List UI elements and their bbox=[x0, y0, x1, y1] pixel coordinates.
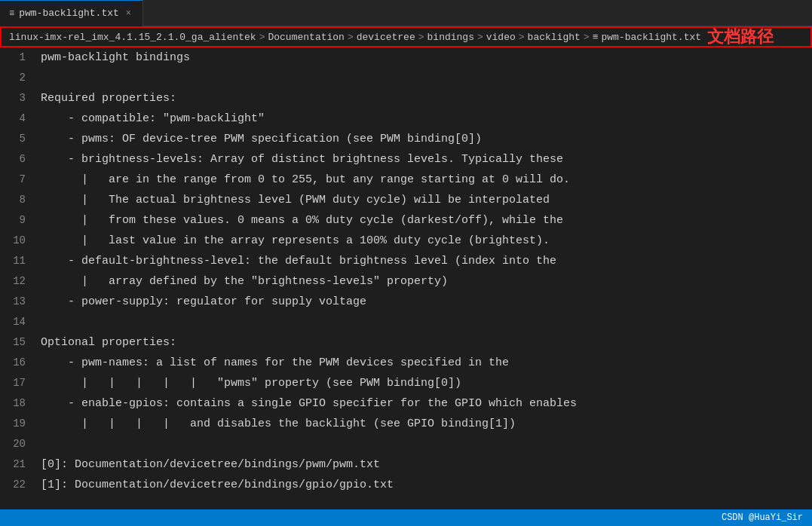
breadcrumb-bindings[interactable]: bindings bbox=[427, 32, 474, 43]
tab-label: pwm-backlight.txt bbox=[19, 8, 119, 19]
bc-sep-2: > bbox=[348, 32, 354, 43]
line-number: 10 bbox=[0, 231, 38, 251]
line-content: [0]: Documentation/devicetree/bindings/p… bbox=[38, 454, 812, 475]
bc-sep-5: > bbox=[519, 32, 525, 43]
editor-line: 17 | | | | | "pwms" property (see PWM bi… bbox=[0, 373, 812, 393]
line-content: | The actual brightness level (PWM duty … bbox=[38, 190, 812, 210]
line-number: 9 bbox=[0, 210, 38, 231]
line-number: 14 bbox=[0, 312, 38, 332]
line-content: - power-supply: regulator for supply vol… bbox=[38, 292, 812, 312]
line-number: 15 bbox=[0, 332, 38, 353]
bc-sep-1: > bbox=[259, 32, 265, 43]
editor-line: 1pwm-backlight bindings bbox=[0, 47, 812, 68]
line-content: | array defined by the "brightness-level… bbox=[38, 271, 812, 292]
line-content: pwm-backlight bindings bbox=[38, 47, 812, 68]
editor-line: 13 - power-supply: regulator for supply … bbox=[0, 292, 812, 312]
editor-line: 11 - default-brightness-level: the defau… bbox=[0, 251, 812, 271]
line-number: 8 bbox=[0, 190, 38, 210]
line-content: - default-brightness-level: the default … bbox=[38, 251, 812, 271]
editor-line: 19 | | | | and disables the backlight (s… bbox=[0, 414, 812, 434]
line-number: 6 bbox=[0, 149, 38, 170]
editor-line: 4 - compatible: "pwm-backlight" bbox=[0, 109, 812, 129]
editor-line: 16 - pwm-names: a list of names for the … bbox=[0, 353, 812, 373]
line-content: - enable-gpios: contains a single GPIO s… bbox=[38, 393, 812, 414]
line-content: Required properties: bbox=[38, 88, 812, 109]
line-number: 19 bbox=[0, 414, 38, 434]
editor-line: 6 - brightness-levels: Array of distinct… bbox=[0, 149, 812, 170]
line-number: 12 bbox=[0, 271, 38, 292]
line-content: | last value in the array represents a 1… bbox=[38, 231, 812, 251]
editor-line: 9 | from these values. 0 means a 0% duty… bbox=[0, 210, 812, 231]
line-number: 3 bbox=[0, 88, 38, 109]
breadcrumb-file-icon: ≡ bbox=[593, 32, 599, 43]
line-number: 21 bbox=[0, 454, 38, 475]
editor-line: 10 | last value in the array represents … bbox=[0, 231, 812, 251]
editor-line: 7 | are in the range from 0 to 255, but … bbox=[0, 170, 812, 190]
line-content: - pwms: OF device-tree PWM specification… bbox=[38, 129, 812, 149]
editor-line: 20 bbox=[0, 434, 812, 454]
breadcrumb-devicetree[interactable]: devicetree bbox=[357, 32, 415, 43]
bc-sep-4: > bbox=[477, 32, 483, 43]
breadcrumb-root[interactable]: linux-imx-rel_imx_4.1.15_2.1.0_ga_alient… bbox=[9, 32, 256, 43]
bc-sep-3: > bbox=[418, 32, 424, 43]
bc-sep-6: > bbox=[584, 32, 590, 43]
line-number: 5 bbox=[0, 129, 38, 149]
line-number: 20 bbox=[0, 434, 38, 454]
editor-line: 5 - pwms: OF device-tree PWM specificati… bbox=[0, 129, 812, 149]
line-content: - pwm-names: a list of names for the PWM… bbox=[38, 353, 812, 373]
line-number: 22 bbox=[0, 475, 38, 495]
line-number: 1 bbox=[0, 47, 38, 68]
line-number: 11 bbox=[0, 251, 38, 271]
editor-line: 2 bbox=[0, 68, 812, 88]
line-content: | from these values. 0 means a 0% duty c… bbox=[38, 210, 812, 231]
tab-close-button[interactable]: × bbox=[124, 7, 133, 20]
line-number: 17 bbox=[0, 373, 38, 393]
line-number: 18 bbox=[0, 393, 38, 414]
breadcrumb-backlight[interactable]: backlight bbox=[528, 32, 581, 43]
line-content: [1]: Documentation/devicetree/bindings/g… bbox=[38, 475, 812, 495]
line-content: Optional properties: bbox=[38, 332, 812, 353]
status-label: CSDN @HuaYi_Sir bbox=[722, 512, 803, 523]
editor-line: 15Optional properties: bbox=[0, 332, 812, 353]
breadcrumb-filename: pwm-backlight.txt bbox=[601, 32, 701, 43]
status-right: CSDN @HuaYi_Sir bbox=[722, 512, 803, 523]
editor-line: 22[1]: Documentation/devicetree/bindings… bbox=[0, 475, 812, 495]
line-content: - compatible: "pwm-backlight" bbox=[38, 109, 812, 129]
breadcrumb-doc[interactable]: Documentation bbox=[268, 32, 344, 43]
editor: 1pwm-backlight bindings23Required proper… bbox=[0, 47, 812, 524]
line-content: | | | | and disables the backlight (see … bbox=[38, 414, 812, 434]
line-content: | are in the range from 0 to 255, but an… bbox=[38, 170, 812, 190]
breadcrumb-video[interactable]: video bbox=[486, 32, 516, 43]
file-icon: ≡ bbox=[9, 8, 14, 19]
breadcrumb: linux-imx-rel_imx_4.1.15_2.1.0_ga_alient… bbox=[0, 26, 812, 47]
status-bar: CSDN @HuaYi_Sir bbox=[0, 509, 812, 526]
editor-line: 14 bbox=[0, 312, 812, 332]
editor-line: 8 | The actual brightness level (PWM dut… bbox=[0, 190, 812, 210]
line-content: - brightness-levels: Array of distinct b… bbox=[38, 149, 812, 170]
editor-line: 3Required properties: bbox=[0, 88, 812, 109]
line-number: 13 bbox=[0, 292, 38, 312]
editor-line: 21[0]: Documentation/devicetree/bindings… bbox=[0, 454, 812, 475]
editor-line: 12 | array defined by the "brightness-le… bbox=[0, 271, 812, 292]
breadcrumb-file[interactable]: ≡ pwm-backlight.txt bbox=[593, 32, 701, 43]
line-number: 2 bbox=[0, 68, 38, 88]
line-number: 16 bbox=[0, 353, 38, 373]
editor-line: 18 - enable-gpios: contains a single GPI… bbox=[0, 393, 812, 414]
path-annotation: 文档路径 bbox=[707, 26, 774, 47]
line-number: 7 bbox=[0, 170, 38, 190]
tab-bar: ≡ pwm-backlight.txt × bbox=[0, 0, 812, 26]
tab-pwm-backlight[interactable]: ≡ pwm-backlight.txt × bbox=[0, 0, 143, 26]
line-content: | | | | | "pwms" property (see PWM bindi… bbox=[38, 373, 812, 393]
line-number: 4 bbox=[0, 109, 38, 129]
